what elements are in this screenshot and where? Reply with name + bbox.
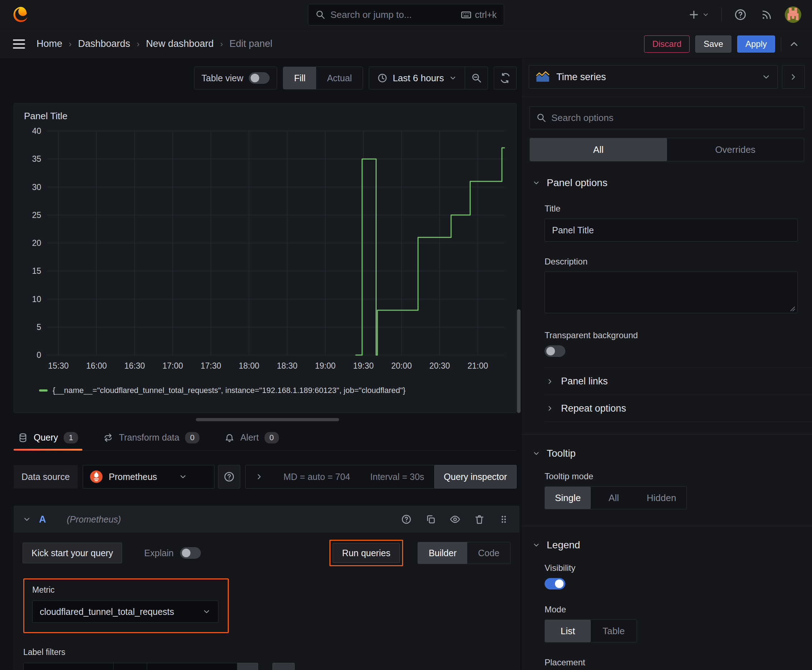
save-button[interactable]: Save <box>695 36 731 52</box>
user-avatar[interactable] <box>785 7 801 23</box>
metric-select[interactable]: cloudflared_tunnel_total_requests <box>32 601 219 623</box>
time-range-picker[interactable]: Last 6 hours <box>369 67 465 89</box>
query-row-header[interactable]: A (Prometheus) <box>14 506 519 533</box>
svg-text:40: 40 <box>32 126 41 135</box>
delete-query-button[interactable] <box>473 513 486 526</box>
chevron-up-icon <box>788 38 800 50</box>
select-value-dropdown[interactable]: Select value <box>147 663 237 670</box>
editor-scrollbar-thumb[interactable] <box>517 309 520 413</box>
repeat-options-section[interactable]: Repeat options <box>544 395 812 422</box>
tooltip-single-option[interactable]: Single <box>545 487 591 509</box>
query-inspector-button[interactable]: Query inspector <box>434 465 517 489</box>
editor-tabs: Query 1 Transform data 0 Alert 0 <box>14 425 517 451</box>
legend-visibility-toggle[interactable] <box>544 578 565 589</box>
svg-text:0: 0 <box>37 350 41 360</box>
menu-toggle-button[interactable] <box>11 37 27 51</box>
breadcrumb-new-dashboard[interactable]: New dashboard <box>146 38 214 49</box>
tab-transform-data[interactable]: Transform data 0 <box>101 425 202 450</box>
query-ref-id[interactable]: A <box>39 514 46 525</box>
description-label: Description <box>544 257 798 267</box>
avatar-image <box>785 7 801 23</box>
run-queries-button[interactable]: Run queries <box>332 543 400 563</box>
visualization-picker[interactable]: Time series <box>529 65 778 89</box>
news-button[interactable] <box>759 7 774 22</box>
table-view-toggle[interactable] <box>249 72 270 84</box>
legend-section-header[interactable]: Legend <box>522 540 812 551</box>
global-search[interactable]: ctrl+k <box>308 4 504 25</box>
metric-label: Metric <box>32 585 219 595</box>
operator-dropdown[interactable]: = <box>114 663 147 670</box>
svg-text:16:00: 16:00 <box>86 361 107 371</box>
kick-start-query-button[interactable]: Kick start your query <box>22 543 122 563</box>
grip-icon <box>498 514 509 524</box>
tooltip-mode-label: Tooltip mode <box>544 471 798 481</box>
search-icon <box>315 10 325 20</box>
visibility-label: Visibility <box>544 563 798 573</box>
builder-code-switch: Builder Code <box>417 542 510 564</box>
grafana-logo-icon[interactable] <box>11 5 29 24</box>
options-search-input[interactable] <box>551 112 797 124</box>
section-divider <box>522 434 812 435</box>
search-input[interactable] <box>331 9 456 20</box>
fill-option[interactable]: Fill <box>283 67 316 89</box>
panel-links-section[interactable]: Panel links <box>544 367 812 395</box>
timeseries-chart[interactable]: 051015202530354015:3016:0016:3017:0017:3… <box>24 125 507 384</box>
metric-highlight: Metric cloudflared_tunnel_total_requests <box>23 579 229 633</box>
query-editor-card: A (Prometheus) Kick start your query Exp… <box>14 506 519 670</box>
panel-title-input[interactable] <box>544 219 798 242</box>
toggle-query-visibility-button[interactable] <box>448 513 462 526</box>
title-label: Title <box>544 204 798 214</box>
duplicate-query-button[interactable] <box>424 513 437 526</box>
legend-mode-list-option[interactable]: List <box>545 620 591 642</box>
options-search[interactable] <box>529 106 804 129</box>
transparent-background-label: Transparent background <box>544 330 798 340</box>
tab-query[interactable]: Query 1 <box>16 425 80 450</box>
tab-all-options[interactable]: All <box>530 138 667 161</box>
datasource-row: Data source Prometheus MD = auto = 704 I… <box>14 465 517 489</box>
collapse-options-button[interactable] <box>787 37 801 51</box>
query-help-button[interactable] <box>400 513 413 526</box>
tooltip-all-option[interactable]: All <box>591 487 637 509</box>
datasource-picker[interactable]: Prometheus <box>83 465 214 489</box>
transparent-background-toggle[interactable] <box>544 345 565 357</box>
tooltip-section-header[interactable]: Tooltip <box>522 448 812 459</box>
zoom-out-time-button[interactable] <box>465 67 488 89</box>
panel-options-header[interactable]: Panel options <box>522 177 812 189</box>
resize-splitter-handle[interactable] <box>196 418 339 421</box>
svg-text:18:00: 18:00 <box>239 361 259 371</box>
refresh-button[interactable] <box>494 66 517 90</box>
legend-series-label[interactable]: {__name__="cloudflared_tunnel_total_requ… <box>53 386 406 395</box>
copy-icon <box>425 514 436 524</box>
breadcrumb-dashboards[interactable]: Dashboards <box>78 38 131 49</box>
discard-button[interactable]: Discard <box>644 36 690 52</box>
add-filter-button[interactable] <box>273 663 295 670</box>
legend-mode-table-option[interactable]: Table <box>591 620 637 642</box>
tab-alert[interactable]: Alert 0 <box>222 425 281 450</box>
remove-filter-button[interactable] <box>237 663 258 670</box>
tooltip-hidden-option[interactable]: Hidden <box>637 487 686 509</box>
rss-icon <box>760 8 773 21</box>
svg-text:10: 10 <box>32 294 41 304</box>
tooltip-mode-switch: Single All Hidden <box>544 486 687 509</box>
drag-query-handle[interactable] <box>497 513 510 526</box>
svg-text:15:30: 15:30 <box>48 361 69 371</box>
help-button[interactable] <box>732 7 748 22</box>
chevron-right-icon <box>789 72 798 81</box>
chevron-down-icon <box>532 450 540 457</box>
new-dropdown-button[interactable] <box>687 7 711 22</box>
legend-series-swatch[interactable] <box>39 389 47 392</box>
tab-overrides[interactable]: Overrides <box>667 138 804 161</box>
explain-control: Explain <box>144 547 201 559</box>
viz-suggestions-button[interactable] <box>782 65 805 89</box>
builder-option[interactable]: Builder <box>418 542 467 564</box>
code-option[interactable]: Code <box>467 542 510 564</box>
description-textarea[interactable] <box>544 272 798 313</box>
help-icon <box>224 471 235 482</box>
apply-button[interactable]: Apply <box>737 36 775 52</box>
svg-text:15: 15 <box>32 266 41 276</box>
breadcrumb-home[interactable]: Home <box>37 38 62 49</box>
explain-toggle[interactable] <box>180 547 201 559</box>
select-label-dropdown[interactable]: Select label <box>23 663 114 670</box>
actual-option[interactable]: Actual <box>316 67 362 89</box>
datasource-help-button[interactable] <box>218 465 240 489</box>
